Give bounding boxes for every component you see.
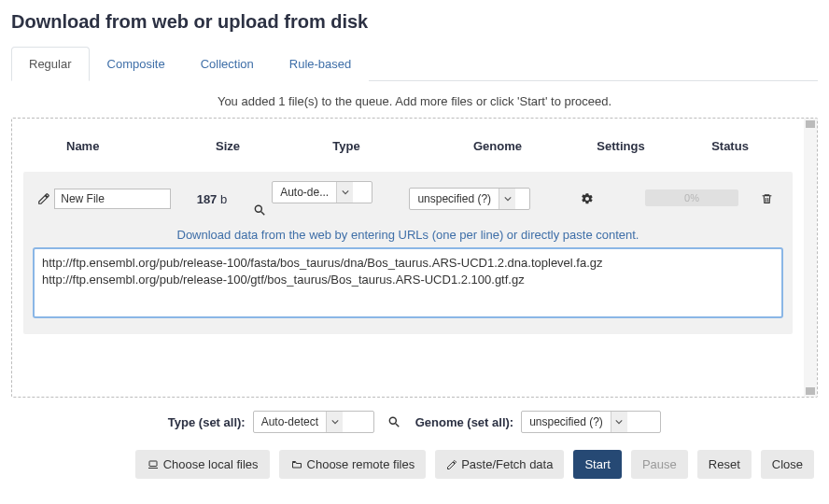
file-entry: 187 b Auto-de... unspecified (?) <box>23 172 793 334</box>
edit-icon[interactable] <box>33 188 54 210</box>
col-status: Status <box>669 132 791 161</box>
genome-set-all-label: Genome (set all): <box>415 415 513 429</box>
svg-point-2 <box>389 417 396 424</box>
folder-open-icon <box>290 459 303 470</box>
queue-header: Name Size Type Genome Settings Status <box>23 130 828 162</box>
reset-button[interactable]: Reset <box>697 450 752 479</box>
col-size: Size <box>186 132 270 161</box>
tab-regular[interactable]: Regular <box>11 47 90 81</box>
progress-bar: 0% <box>645 189 738 206</box>
type-set-all-select[interactable]: Auto-detect <box>253 411 374 433</box>
col-name: Name <box>53 132 184 161</box>
gear-icon[interactable] <box>576 188 598 210</box>
col-settings: Settings <box>574 132 667 161</box>
file-size: 187 b <box>171 192 252 206</box>
trash-icon[interactable] <box>756 188 779 210</box>
file-name-input[interactable] <box>54 189 171 209</box>
col-type: Type <box>272 132 421 161</box>
tab-rulebased[interactable]: Rule-based <box>272 47 370 81</box>
chevron-down-icon <box>499 189 515 209</box>
edit-icon <box>446 458 457 471</box>
search-icon[interactable] <box>253 203 398 217</box>
svg-point-0 <box>255 205 261 212</box>
col-genome: Genome <box>423 132 572 161</box>
choose-local-button[interactable]: Choose local files <box>135 450 270 479</box>
tabs-bar: Regular Composite Collection Rule-based <box>11 46 818 81</box>
tab-collection[interactable]: Collection <box>183 47 272 81</box>
type-set-all-label: Type (set all): <box>168 415 246 429</box>
genome-set-all-select[interactable]: unspecified (?) <box>521 411 661 433</box>
chevron-down-icon <box>336 182 353 203</box>
set-all-row: Type (set all): Auto-detect Genome (set … <box>11 411 818 433</box>
tab-composite[interactable]: Composite <box>90 47 183 81</box>
start-button[interactable]: Start <box>573 450 621 479</box>
close-button[interactable]: Close <box>761 450 814 479</box>
page-title: Download from web or upload from disk <box>11 11 818 33</box>
svg-line-3 <box>395 424 399 427</box>
chevron-down-icon <box>326 412 343 432</box>
scrollbar-down-icon[interactable] <box>806 387 815 395</box>
file-type-select[interactable]: Auto-de... <box>272 181 372 203</box>
url-hint: Download data from the web by entering U… <box>33 228 783 242</box>
laptop-icon <box>147 459 160 470</box>
upload-panel: Name Size Type Genome Settings Status 18… <box>11 118 818 398</box>
file-genome-select[interactable]: unspecified (?) <box>409 188 530 210</box>
panel-scrollbar[interactable] <box>804 119 817 397</box>
action-row: Choose local files Choose remote files P… <box>11 450 818 479</box>
choose-remote-button[interactable]: Choose remote files <box>279 450 427 479</box>
url-textarea[interactable] <box>33 247 783 318</box>
svg-rect-4 <box>149 461 157 467</box>
queue-message: You added 1 file(s) to the queue. Add mo… <box>11 89 818 118</box>
chevron-down-icon <box>611 412 627 432</box>
scrollbar-up-icon[interactable] <box>806 120 815 128</box>
pause-button[interactable]: Pause <box>631 450 688 479</box>
paste-fetch-button[interactable]: Paste/Fetch data <box>435 450 564 479</box>
svg-line-1 <box>260 212 264 216</box>
search-icon[interactable] <box>387 415 400 428</box>
